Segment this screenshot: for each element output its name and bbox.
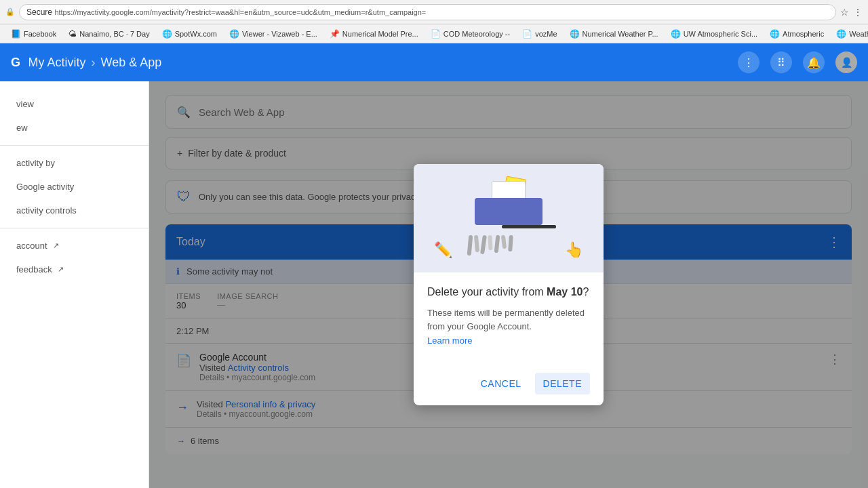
strip-5 bbox=[494, 235, 500, 253]
lock-icon: 🔒 bbox=[5, 7, 15, 16]
browser-bar: 🔒 Secure https://myactivity.google.com/m… bbox=[0, 0, 868, 24]
strip-3 bbox=[480, 235, 487, 255]
facebook-icon: 📘 bbox=[11, 29, 21, 39]
main-layout: view ew activity by Google activity acti… bbox=[0, 81, 868, 488]
shredder-slot bbox=[502, 225, 556, 228]
sidebar-account-label: account bbox=[16, 241, 47, 251]
google-logo: G bbox=[11, 56, 20, 70]
bookmark-atmospheric-label: Atmospheric bbox=[783, 30, 824, 38]
content-area: 🔍 + Filter by date & product 🛡 Only you … bbox=[149, 81, 868, 488]
pencil-icon: ✏️ bbox=[434, 241, 452, 259]
modal-learn-more-link[interactable]: Learn more bbox=[427, 336, 590, 346]
modal-title-suffix: ? bbox=[583, 286, 589, 298]
cod-icon: 📄 bbox=[431, 29, 441, 39]
sidebar-divider-2 bbox=[0, 228, 149, 228]
modal-illustration: ✏️ 👆 bbox=[414, 164, 604, 272]
bookmark-numerical2-label: Numerical Weather P... bbox=[583, 30, 658, 38]
modal-actions: CANCEL DELETE bbox=[414, 367, 604, 405]
modal-date: May 10 bbox=[547, 286, 583, 298]
vozMe-icon: 📄 bbox=[522, 29, 532, 39]
numerical2-icon: 🌐 bbox=[570, 29, 580, 39]
browser-url[interactable]: Secure https://myactivity.google.com/mya… bbox=[19, 4, 836, 20]
shredder-illustration bbox=[454, 178, 563, 259]
bookmarks-bar: 📘 Facebook 🌤 Nanaimo, BC · 7 Day 🌐 SpotW… bbox=[0, 24, 868, 43]
bookmark-cod-label: COD Meteorology -- bbox=[443, 30, 510, 38]
header-actions: ⋮ ⠿ 🔔 👤 bbox=[738, 52, 857, 73]
modal-overlay: ✏️ 👆 Delete your activity from May 10? T… bbox=[149, 81, 868, 488]
bookmark-numerical1-label: Numerical Model Pre... bbox=[342, 30, 418, 38]
modal-body: Delete your activity from May 10? These … bbox=[414, 272, 604, 367]
app-header: G My Activity › Web & App ⋮ ⠿ 🔔 👤 bbox=[0, 43, 868, 81]
app-name: My Activity bbox=[28, 56, 86, 70]
spotWx-icon: 🌐 bbox=[162, 29, 172, 39]
bookmark-nanaimo[interactable]: 🌤 Nanaimo, BC · 7 Day bbox=[63, 28, 155, 40]
feedback-external-icon: ↗ bbox=[58, 265, 64, 274]
bookmark-viewer-label: Viewer - Vizaweb - E... bbox=[242, 30, 317, 38]
nanaimo-icon: 🌤 bbox=[68, 29, 77, 39]
sidebar-item-ew[interactable]: ew bbox=[0, 116, 149, 140]
cancel-button[interactable]: CANCEL bbox=[473, 373, 530, 394]
url-text: https://myactivity.google.com/myactivity… bbox=[54, 8, 426, 16]
bookmark-weather[interactable]: 🌐 Weather Forecast & R... bbox=[831, 28, 868, 40]
cursor-icon: 👆 bbox=[565, 241, 583, 259]
avatar[interactable]: 👤 bbox=[835, 52, 857, 73]
bookmark-spotWx-label: SpotWx.com bbox=[175, 30, 217, 38]
shredder-strips bbox=[468, 235, 513, 256]
bookmark-weather-label: Weather Forecast & R... bbox=[849, 30, 868, 38]
bookmark-vozMe[interactable]: 📄 vozMe bbox=[517, 28, 562, 40]
weather-icon: 🌐 bbox=[836, 29, 846, 39]
bookmark-cod[interactable]: 📄 COD Meteorology -- bbox=[425, 28, 515, 40]
uw-icon: 🌐 bbox=[671, 29, 681, 39]
breadcrumb: My Activity › Web & App bbox=[28, 56, 162, 70]
more-options-button[interactable]: ⋮ bbox=[738, 52, 760, 73]
modal-title-prefix: Delete your activity from bbox=[427, 286, 547, 298]
sidebar-activity-controls-label: activity controls bbox=[16, 205, 77, 216]
strip-2 bbox=[474, 235, 479, 252]
numerical1-icon: 📌 bbox=[330, 29, 340, 39]
atmospheric-icon: 🌐 bbox=[770, 29, 780, 39]
bookmark-atmospheric[interactable]: 🌐 Atmospheric bbox=[764, 28, 829, 40]
bookmark-numerical1[interactable]: 📌 Numerical Model Pre... bbox=[324, 28, 424, 40]
secure-label: Secure bbox=[26, 7, 52, 17]
sidebar-activity-by-label: activity by bbox=[16, 158, 55, 168]
bookmark-facebook[interactable]: 📘 Facebook bbox=[5, 28, 62, 40]
bookmark-nanaimo-label: Nanaimo, BC · 7 Day bbox=[79, 30, 149, 38]
modal-title: Delete your activity from May 10? bbox=[427, 286, 590, 298]
sidebar-view-label: view bbox=[16, 99, 34, 109]
section-name: Web & App bbox=[101, 56, 162, 70]
sidebar-item-activity-controls[interactable]: activity controls bbox=[0, 199, 149, 222]
bookmark-viewer[interactable]: 🌐 Viewer - Vizaweb - E... bbox=[224, 28, 323, 40]
sidebar: view ew activity by Google activity acti… bbox=[0, 81, 149, 488]
sidebar-item-feedback[interactable]: feedback ↗ bbox=[0, 258, 149, 281]
apps-button[interactable]: ⠿ bbox=[770, 52, 792, 73]
sidebar-ew-label: ew bbox=[16, 123, 28, 133]
delete-button[interactable]: DELETE bbox=[535, 373, 590, 394]
bookmark-spotWx[interactable]: 🌐 SpotWx.com bbox=[157, 28, 222, 40]
viewer-icon: 🌐 bbox=[229, 29, 239, 39]
sidebar-google-activity-label: Google activity bbox=[16, 182, 74, 192]
bookmark-uw-label: UW Atmospheric Sci... bbox=[684, 30, 757, 38]
sidebar-divider-1 bbox=[0, 145, 149, 146]
bookmark-uw[interactable]: 🌐 UW Atmospheric Sci... bbox=[665, 28, 763, 40]
modal-description: These items will be permanently deleted … bbox=[427, 306, 590, 333]
bookmark-facebook-label: Facebook bbox=[24, 30, 56, 38]
notifications-button[interactable]: 🔔 bbox=[803, 52, 825, 73]
bookmark-numerical2[interactable]: 🌐 Numerical Weather P... bbox=[564, 28, 664, 40]
account-external-icon: ↗ bbox=[53, 241, 59, 250]
sidebar-item-google-activity[interactable]: Google activity bbox=[0, 175, 149, 199]
strip-1 bbox=[467, 235, 473, 256]
sidebar-item-activity-by[interactable]: activity by bbox=[0, 151, 149, 175]
strip-7 bbox=[508, 235, 513, 251]
breadcrumb-separator: › bbox=[92, 56, 96, 70]
browser-actions: ☆ ⋮ bbox=[840, 7, 863, 18]
strip-4 bbox=[488, 235, 492, 250]
sidebar-feedback-label: feedback bbox=[16, 264, 52, 274]
sidebar-item-account[interactable]: account ↗ bbox=[0, 234, 149, 258]
sidebar-item-view[interactable]: view bbox=[0, 92, 149, 116]
bookmark-vozMe-label: vozMe bbox=[535, 30, 557, 38]
delete-modal: ✏️ 👆 Delete your activity from May 10? T… bbox=[414, 164, 604, 405]
menu-icon[interactable]: ⋮ bbox=[853, 7, 863, 18]
strip-6 bbox=[501, 235, 507, 249]
star-icon[interactable]: ☆ bbox=[840, 7, 849, 18]
shredder-machine bbox=[475, 198, 542, 225]
